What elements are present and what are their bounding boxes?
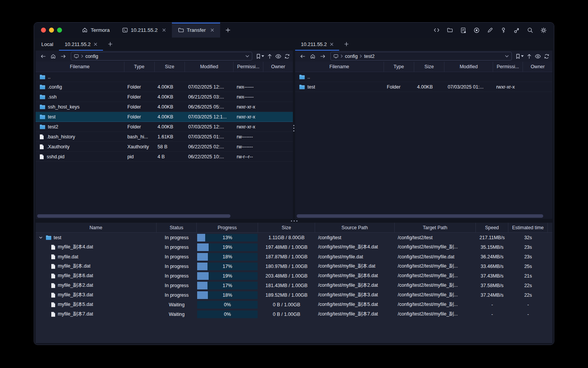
column-header-target-path[interactable]: Target Path: [395, 223, 476, 232]
folder-icon: [447, 27, 453, 33]
upload-button[interactable]: [527, 54, 532, 59]
pane-tab-host[interactable]: 10.211.55.2: [59, 38, 103, 51]
path-segment[interactable]: config: [85, 54, 98, 59]
table-row[interactable]: ..: [36, 72, 293, 82]
chevron-down-icon[interactable]: [38, 237, 43, 239]
tab-transfer[interactable]: Transfer: [172, 23, 220, 38]
column-header-estimated-time[interactable]: Estimated time: [508, 223, 548, 232]
tab-termora[interactable]: Termora: [76, 23, 116, 38]
bookmarks-button[interactable]: [516, 54, 524, 59]
column-header-type[interactable]: Type: [124, 62, 155, 72]
path-input[interactable]: config test2: [330, 52, 512, 61]
table-row[interactable]: ..: [295, 72, 552, 82]
transfer-row[interactable]: myfile_副本4.dat In progress 19% 197.48MB …: [36, 242, 552, 252]
sftp-button[interactable]: [445, 25, 455, 35]
table-row[interactable]: test Folder 4.00KB 07/03/2025 12:1... rw…: [36, 112, 293, 122]
column-header-owner[interactable]: Owner: [263, 62, 293, 72]
column-header-modified[interactable]: Modified: [444, 62, 493, 72]
left-table-header: Filename Type Size Modified Permissi... …: [36, 62, 293, 72]
pane-tab-local[interactable]: Local: [36, 38, 59, 51]
bookmarks-button[interactable]: [256, 54, 264, 59]
table-row[interactable]: .config Folder 4.00KB 07/02/2025 12:... …: [36, 82, 293, 92]
filename: ..: [48, 74, 51, 80]
horizontal-splitter[interactable]: [36, 219, 552, 223]
pane-new-tab-button[interactable]: [103, 38, 118, 51]
show-hidden-button[interactable]: [275, 54, 281, 59]
column-header-speed[interactable]: Speed: [476, 223, 508, 232]
column-header-filename[interactable]: Filename: [295, 62, 384, 72]
transfer-row[interactable]: test In progress 13% 1.11GB / 8.00GB /co…: [36, 233, 552, 242]
transfer-row[interactable]: myfile_副本6.dat In progress 19% 203.48MB …: [36, 271, 552, 281]
table-row[interactable]: .bash_history bash_hi... 1.61KB 07/03/20…: [36, 132, 293, 142]
keychain-button[interactable]: [512, 25, 522, 35]
scrollbar-thumb[interactable]: [297, 214, 543, 218]
column-header-status[interactable]: Status: [157, 223, 197, 232]
transfer-row[interactable]: myfile_副本2.dat In progress 17% 181.43MB …: [36, 281, 552, 290]
refresh-button[interactable]: [544, 54, 549, 59]
new-tab-button[interactable]: [220, 23, 236, 38]
edit-button[interactable]: [485, 25, 495, 35]
column-header-size[interactable]: Size: [258, 223, 315, 232]
search-button[interactable]: [525, 25, 535, 35]
progress-bar-fill: [197, 272, 209, 280]
close-tab-button[interactable]: [162, 28, 166, 32]
forward-button[interactable]: [59, 52, 68, 61]
zoom-window-button[interactable]: [57, 28, 62, 33]
column-header-modified[interactable]: Modified: [185, 62, 234, 72]
home-button[interactable]: [49, 52, 58, 61]
column-header-size[interactable]: Size: [414, 62, 445, 72]
log-button[interactable]: [458, 25, 468, 35]
path-input[interactable]: config: [71, 52, 252, 61]
path-dropdown-button[interactable]: [245, 55, 249, 58]
table-row[interactable]: test2 Folder 4.00KB 07/03/2025 12:... rw…: [36, 122, 293, 132]
back-button[interactable]: [39, 52, 48, 61]
key-manager-button[interactable]: [498, 25, 508, 35]
titlebar-actions: [431, 23, 554, 38]
column-header-size[interactable]: Size: [155, 62, 185, 72]
path-segment[interactable]: test2: [364, 54, 374, 59]
back-button[interactable]: [298, 52, 307, 61]
transfer-status: In progress: [157, 283, 197, 288]
transfer-row[interactable]: myfile_副本.dat In progress 17% 180.97MB /…: [36, 261, 552, 271]
upload-button[interactable]: [267, 54, 272, 59]
terminal-snippets-button[interactable]: [431, 25, 441, 35]
column-header-type[interactable]: Type: [384, 62, 414, 72]
close-pane-tab-button[interactable]: [94, 43, 97, 46]
minimize-window-button[interactable]: [49, 28, 54, 33]
column-header-permissions[interactable]: Permissi...: [234, 62, 263, 72]
table-row[interactable]: ssh_host_keys Folder 4.00KB 06/26/2025 0…: [36, 102, 293, 112]
scrollbar-thumb[interactable]: [37, 214, 230, 218]
table-row[interactable]: test Folder 4.00KB 07/03/2025 01:... rwx…: [295, 82, 552, 92]
forward-button[interactable]: [318, 52, 327, 61]
transfer-row[interactable]: myfile_副本3.dat In progress 18% 189.52MB …: [36, 290, 552, 300]
close-window-button[interactable]: [41, 28, 46, 33]
file-icon: [51, 264, 56, 269]
settings-button[interactable]: [539, 25, 549, 35]
path-dropdown-button[interactable]: [505, 55, 509, 58]
refresh-button[interactable]: [284, 54, 290, 59]
close-tab-button[interactable]: [211, 28, 214, 32]
column-header-filename[interactable]: Filename: [36, 62, 124, 72]
file-icon: [39, 134, 44, 140]
column-header-progress[interactable]: Progress: [197, 223, 258, 232]
path-segment[interactable]: config: [345, 54, 358, 59]
transfer-row[interactable]: myfile_副本7.dat Waiting 0% 0 B / 1.00GB /…: [36, 309, 552, 319]
column-header-name[interactable]: Name: [36, 223, 157, 232]
record-button[interactable]: [472, 25, 482, 35]
column-header-source-path[interactable]: Source Path: [315, 223, 395, 232]
column-header-permissions[interactable]: Permissi...: [493, 62, 523, 72]
close-pane-tab-button[interactable]: [330, 43, 333, 46]
table-row[interactable]: .ssh Folder 4.00KB 06/21/2025 03:... rwx…: [36, 92, 293, 102]
column-header-owner[interactable]: Owner: [523, 62, 552, 72]
transfer-source-path: /config/test/myfile_副本4.dat: [315, 244, 395, 250]
table-row[interactable]: sshd.pid pid 4 B 06/22/2025 10:... rw-r-…: [36, 152, 293, 162]
transfer-row[interactable]: myfile.dat In progress 18% 187.87MB / 1.…: [36, 252, 552, 261]
show-hidden-button[interactable]: [535, 54, 541, 59]
tab-host-session[interactable]: 10.211.55.2: [116, 23, 172, 38]
transfer-row[interactable]: myfile_副本5.dat Waiting 0% 0 B / 1.00GB /…: [36, 300, 552, 309]
pane-tab-host[interactable]: 10.211.55.2: [295, 38, 339, 51]
table-row[interactable]: .Xauthority Xauthority 58 B 06/22/2025 0…: [36, 142, 293, 152]
home-button[interactable]: [308, 52, 317, 61]
file-modified: 07/03/2025 01:...: [185, 134, 234, 140]
pane-new-tab-button[interactable]: [339, 38, 354, 51]
